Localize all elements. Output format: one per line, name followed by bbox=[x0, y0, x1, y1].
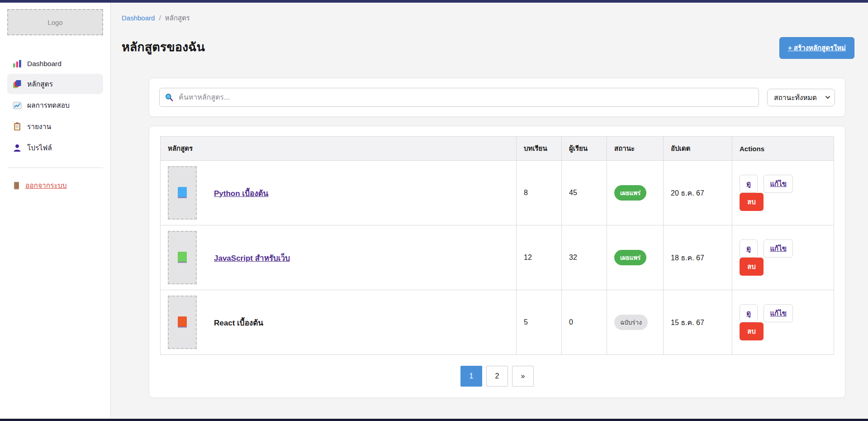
create-course-button[interactable]: + สร้างหลักสูตรใหม่ bbox=[779, 37, 854, 59]
line-chart-icon bbox=[13, 101, 22, 110]
col-header-lessons: บทเรียน bbox=[517, 137, 562, 161]
app-frame: Logo Dashboard หลักสูตร ผลการทดสอบ รายงา… bbox=[0, 3, 868, 418]
course-title-link[interactable]: Python เบื้องต้น bbox=[214, 187, 268, 199]
col-header-learners: ผู้เรียน bbox=[562, 137, 607, 161]
status-filter-select[interactable]: สถานะทั้งหมด bbox=[767, 89, 835, 106]
book-icon bbox=[178, 252, 187, 263]
breadcrumb-separator: / bbox=[159, 14, 161, 22]
sidebar-item-label: โปรไฟล์ bbox=[27, 142, 52, 153]
sidebar-item-label: รายงาน bbox=[27, 121, 51, 132]
table-header-row: หลักสูตร บทเรียน ผู้เรียน สถานะ อัปเดต A… bbox=[161, 137, 834, 161]
updated-date: 20 ธ.ค. 67 bbox=[664, 161, 732, 225]
pagination-page-2[interactable]: 2 bbox=[486, 366, 508, 387]
updated-date: 15 ธ.ค. 67 bbox=[664, 290, 732, 355]
sidebar-divider bbox=[7, 167, 103, 168]
edit-button[interactable]: แก้ไข bbox=[764, 304, 793, 322]
door-icon bbox=[13, 182, 21, 190]
lessons-count: 5 bbox=[517, 290, 562, 355]
bottom-accent-bar bbox=[0, 419, 868, 421]
table-row: Python เบื้องต้น 8 45 เผยแพร่ 20 ธ.ค. 67… bbox=[161, 161, 834, 225]
books-icon bbox=[13, 80, 22, 89]
sidebar-item-label: ผลการทดสอบ bbox=[27, 100, 70, 111]
pagination-next-button[interactable]: » bbox=[512, 366, 534, 387]
status-filter-wrapper: สถานะทั้งหมด bbox=[767, 89, 835, 106]
main-content: Dashboard/หลักสูตร หลักสูตรของฉัน + สร้า… bbox=[111, 3, 868, 418]
updated-date: 18 ธ.ค. 67 bbox=[664, 225, 732, 290]
delete-button[interactable]: ลบ bbox=[740, 322, 764, 340]
course-thumbnail-placeholder bbox=[168, 166, 197, 220]
learners-count: 45 bbox=[562, 161, 607, 225]
sidebar-item-test-results[interactable]: ผลการทดสอบ bbox=[7, 95, 103, 115]
breadcrumb-dashboard-link[interactable]: Dashboard bbox=[122, 14, 155, 22]
delete-button[interactable]: ลบ bbox=[740, 258, 764, 276]
book-icon bbox=[178, 187, 187, 199]
lessons-count: 12 bbox=[517, 225, 562, 290]
content-cards: สถานะทั้งหมด หลักสูตร บทเรียน bbox=[149, 78, 845, 398]
delete-button[interactable]: ลบ bbox=[740, 193, 764, 211]
col-header-course: หลักสูตร bbox=[161, 137, 517, 161]
clipboard-icon bbox=[13, 122, 22, 131]
status-badge: เผยแพร่ bbox=[614, 250, 646, 265]
courses-table-body: Python เบื้องต้น 8 45 เผยแพร่ 20 ธ.ค. 67… bbox=[161, 161, 834, 355]
sidebar-item-label: Dashboard bbox=[27, 60, 62, 68]
search-field-wrapper bbox=[159, 88, 759, 107]
view-button[interactable]: ดู bbox=[740, 239, 758, 258]
page-header: หลักสูตรของฉัน + สร้างหลักสูตรใหม่ bbox=[122, 37, 854, 59]
course-thumbnail-placeholder bbox=[168, 296, 197, 349]
sidebar-item-courses[interactable]: หลักสูตร bbox=[7, 74, 103, 94]
col-header-status: สถานะ bbox=[607, 137, 664, 161]
courses-table-card: หลักสูตร บทเรียน ผู้เรียน สถานะ อัปเดต A… bbox=[149, 126, 845, 398]
breadcrumb-current: หลักสูตร bbox=[165, 14, 190, 22]
course-title-text: React เบื้องต้น bbox=[214, 316, 263, 329]
sidebar-item-dashboard[interactable]: Dashboard bbox=[7, 55, 103, 73]
person-icon bbox=[13, 144, 22, 153]
sidebar-nav: Dashboard หลักสูตร ผลการทดสอบ รายงาน โปร… bbox=[7, 54, 103, 158]
status-badge: เผยแพร่ bbox=[614, 185, 646, 201]
learners-count: 32 bbox=[562, 225, 607, 290]
sidebar-item-label: หลักสูตร bbox=[27, 78, 53, 90]
view-button[interactable]: ดู bbox=[740, 304, 758, 322]
filter-card: สถานะทั้งหมด bbox=[149, 78, 845, 117]
book-icon bbox=[178, 316, 187, 328]
page-title: หลักสูตรของฉัน bbox=[122, 37, 205, 57]
pagination-page-1[interactable]: 1 bbox=[460, 366, 482, 387]
pagination: 12» bbox=[160, 366, 834, 387]
status-badge: ฉบับร่าง bbox=[614, 315, 648, 330]
sidebar-item-profile[interactable]: โปรไฟล์ bbox=[7, 138, 103, 158]
search-input[interactable] bbox=[159, 88, 759, 107]
lessons-count: 8 bbox=[517, 161, 562, 225]
course-title-link[interactable]: JavaScript สำหรับเว็บ bbox=[214, 252, 290, 264]
edit-button[interactable]: แก้ไข bbox=[764, 175, 793, 193]
breadcrumb: Dashboard/หลักสูตร bbox=[122, 13, 854, 24]
logout-link[interactable]: ออกจากระบบ bbox=[13, 180, 67, 191]
logo-placeholder: Logo bbox=[7, 9, 103, 35]
table-row: React เบื้องต้น 5 0 ฉบับร่าง 15 ธ.ค. 67 … bbox=[161, 290, 834, 355]
learners-count: 0 bbox=[562, 290, 607, 355]
col-header-updated: อัปเดต bbox=[664, 137, 732, 161]
col-header-actions: Actions bbox=[732, 137, 834, 161]
table-row: JavaScript สำหรับเว็บ 12 32 เผยแพร่ 18 ธ… bbox=[161, 225, 834, 290]
courses-table: หลักสูตร บทเรียน ผู้เรียน สถานะ อัปเดต A… bbox=[160, 136, 834, 355]
logout-label: ออกจากระบบ bbox=[25, 180, 67, 191]
sidebar: Logo Dashboard หลักสูตร ผลการทดสอบ รายงา… bbox=[0, 3, 111, 418]
edit-button[interactable]: แก้ไข bbox=[764, 239, 793, 258]
course-thumbnail-placeholder bbox=[168, 231, 197, 284]
view-button[interactable]: ดู bbox=[740, 175, 758, 193]
bar-chart-icon bbox=[13, 59, 22, 68]
search-icon bbox=[165, 93, 174, 102]
sidebar-item-reports[interactable]: รายงาน bbox=[7, 116, 103, 137]
